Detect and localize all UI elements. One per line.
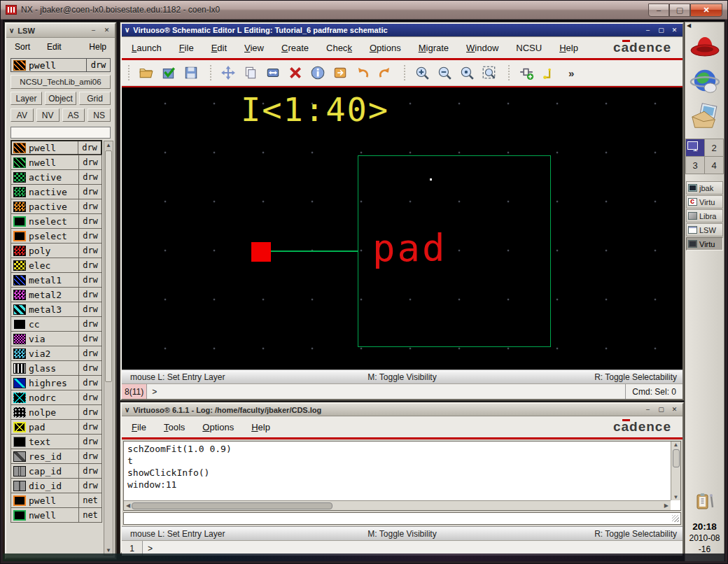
taskbar-item[interactable]: Virtu [686, 237, 723, 251]
copy-button[interactable] [240, 63, 261, 83]
scroll-up-icon[interactable]: ▲ [673, 442, 679, 448]
pad-instance-label[interactable]: pad [372, 226, 447, 270]
menu-item[interactable]: Window [466, 43, 498, 53]
save-button[interactable] [181, 63, 202, 83]
menu-item[interactable]: View [244, 43, 264, 53]
log-horizontal-scrollbar[interactable]: ◀ ▶ [124, 500, 671, 510]
menu-item[interactable]: Help [559, 43, 578, 53]
scroll-left-icon[interactable]: ◀ [126, 502, 130, 509]
undo-button[interactable] [352, 63, 373, 83]
layer-row[interactable]: dio_id drw [10, 478, 102, 493]
bus-net-label[interactable]: I<1:40> [241, 90, 389, 129]
layer-filter-input[interactable] [10, 127, 111, 139]
check-and-save-button[interactable] [158, 63, 179, 83]
minimize-button[interactable]: – [643, 405, 653, 414]
taskbar-item[interactable]: jbak [686, 181, 723, 195]
layer-row[interactable]: res_id drw [10, 449, 102, 464]
layer-row[interactable]: metal1 drw [10, 272, 102, 288]
layer-row[interactable]: pactive drw [10, 199, 102, 214]
maximize-button[interactable]: ▢ [656, 26, 666, 35]
menu-item[interactable]: Options [370, 43, 401, 53]
log-titlebar[interactable]: ∨ Virtuoso® 6.1.1 - Log: /home/faculty/j… [122, 404, 682, 416]
scroll-down-icon[interactable]: ▼ [673, 494, 679, 500]
layer-row[interactable]: glass drw [10, 360, 102, 376]
workspace-cell[interactable]: 2 [705, 139, 723, 156]
layer-row[interactable]: nwell drw [10, 155, 102, 170]
layer-row[interactable]: metal3 drw [10, 302, 102, 317]
layer-row[interactable]: active drw [10, 169, 102, 185]
layer-row[interactable]: elec drw [10, 258, 102, 273]
nx-titlebar[interactable]: NX - jbaker@coen-lx0.boisestate.edu:1182… [1, 1, 727, 20]
lsw-visibility-button[interactable]: NS [88, 108, 111, 122]
panel-hide-icon[interactable]: ◀ [687, 23, 691, 29]
layer-row[interactable]: pselect drw [10, 228, 102, 244]
lsw-filter-button[interactable]: Object [45, 92, 76, 105]
layer-row[interactable]: pad drw [10, 419, 102, 435]
lsw-visibility-button[interactable]: NV [36, 108, 59, 122]
clipboard-applet[interactable] [694, 492, 715, 514]
current-layer-display[interactable]: pwell drw [6, 56, 115, 74]
layer-row[interactable]: text drw [10, 434, 102, 449]
minimize-button[interactable]: – [88, 26, 99, 35]
taskbar-item[interactable]: Libra [686, 209, 723, 223]
redhat-launcher[interactable] [688, 30, 722, 62]
toolbar-drag-handle[interactable] [404, 65, 407, 80]
scroll-down-icon[interactable]: ▼ [106, 547, 111, 555]
open-button[interactable] [136, 63, 157, 83]
command-prompt[interactable]: > [143, 544, 682, 554]
delete-button[interactable] [285, 63, 306, 83]
scrollbar-thumb[interactable] [105, 150, 112, 382]
schematic-titlebar[interactable]: ∨ Virtuoso® Schematic Editor L Editing: … [122, 24, 682, 37]
scroll-up-icon[interactable]: ▲ [106, 141, 111, 150]
taskbar-item[interactable]: Virtu [686, 195, 723, 209]
create-instance-button[interactable] [516, 63, 537, 83]
layer-row[interactable]: nodrc drw [10, 390, 102, 405]
zoom-in-button[interactable] [412, 63, 433, 83]
menu-item[interactable]: Edit [211, 43, 227, 53]
maximize-button[interactable]: ▢ [656, 405, 666, 414]
workspace-cell[interactable]: 1 [686, 139, 704, 156]
scrollbar-thumb[interactable] [673, 449, 680, 467]
menu-item[interactable]: Options [202, 422, 234, 432]
panel-clock[interactable]: 20:18 2010-08 -16 [689, 521, 720, 555]
layer-row[interactable]: pwell drw [10, 140, 102, 155]
scrollbar-thumb[interactable] [132, 502, 332, 509]
email-launcher[interactable] [688, 100, 722, 132]
toolbar-overflow-button[interactable]: » [564, 67, 578, 79]
close-button[interactable]: ✕ [690, 3, 722, 17]
schematic-canvas[interactable]: I<1:40> pad [122, 87, 682, 369]
layer-row[interactable]: cap_id drw [10, 463, 102, 479]
create-wire-name-button[interactable] [538, 63, 559, 83]
lsw-visibility-button[interactable]: AS [62, 108, 85, 122]
window-menu-chevron-icon[interactable]: ∨ [125, 27, 130, 34]
toolbar-drag-handle[interactable] [508, 65, 511, 80]
menu-item[interactable]: File [132, 422, 146, 432]
menu-item[interactable]: Launch [132, 43, 162, 53]
window-menu-chevron-icon[interactable]: ∨ [125, 407, 130, 414]
maximize-button[interactable]: ▢ [669, 3, 690, 17]
schematic-wire[interactable] [271, 251, 358, 252]
toolbar-drag-handle[interactable] [210, 65, 213, 80]
command-prompt[interactable]: > [147, 387, 625, 397]
menu-item[interactable]: Sort [15, 42, 30, 52]
close-button[interactable]: ✕ [669, 26, 680, 35]
layer-row[interactable]: nselect drw [10, 213, 102, 229]
menu-item[interactable]: Help [251, 422, 270, 432]
layer-list-scrollbar[interactable]: ▲ ▼ [104, 141, 113, 556]
layer-row[interactable]: cc drw [10, 316, 102, 332]
layer-row[interactable]: via2 drw [10, 346, 102, 361]
menu-item[interactable]: Check [326, 43, 352, 53]
log-vertical-scrollbar[interactable]: ▲ ▼ [671, 442, 680, 500]
window-menu-chevron-icon[interactable]: ∨ [9, 27, 14, 34]
move-button[interactable] [218, 63, 239, 83]
menu-item[interactable]: Edit [47, 42, 62, 52]
lsw-filter-button[interactable]: Layer [10, 92, 42, 105]
layer-row[interactable]: nolpe drw [10, 404, 102, 420]
workspace-cell[interactable]: 3 [686, 157, 704, 174]
menu-item[interactable]: NCSU [516, 43, 542, 53]
layer-row[interactable]: via drw [10, 331, 102, 346]
menu-item[interactable]: Create [281, 43, 309, 53]
log-command-input[interactable] [123, 512, 681, 525]
menu-item[interactable]: Migrate [419, 43, 449, 53]
toolbar-drag-handle[interactable] [128, 65, 131, 80]
